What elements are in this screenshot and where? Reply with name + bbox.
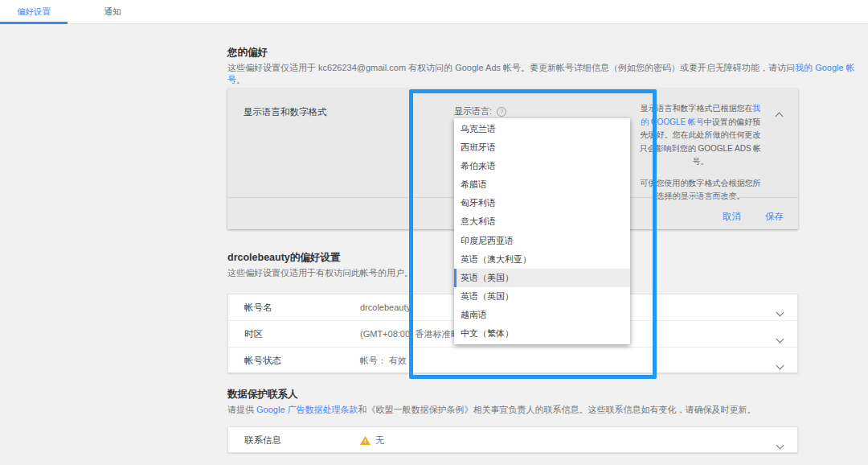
chevron-up-glyph (776, 113, 784, 121)
tab-preferences[interactable]: 偏好设置 (0, 0, 68, 24)
card-buttons: 取消 保存 (723, 211, 784, 223)
timezone-label: 时区 (244, 328, 263, 340)
data-protection-title: 数据保护联系人 (227, 388, 298, 401)
language-option[interactable]: 英语（英国） (454, 287, 630, 306)
language-option[interactable]: 希伯来语 (454, 157, 630, 175)
account-status-row[interactable]: 帐号状态 帐号： 有效 (228, 348, 797, 374)
display-language-dropdown: 乌克兰语 西班牙语 希伯来语 希腊语 匈牙利语 意大利语 印度尼西亚语 英语（澳… (454, 118, 630, 344)
language-option[interactable]: 意大利语 (454, 212, 630, 231)
chevron-down-glyph (776, 362, 784, 370)
language-option[interactable]: 希腊语 (454, 175, 630, 194)
your-prefs-desc-period: 。 (236, 75, 245, 84)
language-option[interactable]: 中文（繁体） (454, 324, 630, 343)
your-prefs-title: 您的偏好 (227, 46, 268, 60)
account-name-value: drcolebeauty (360, 302, 411, 312)
language-option-selected[interactable]: 英语（美国） (454, 269, 630, 287)
language-option[interactable]: 西班牙语 (454, 138, 630, 157)
warning-icon: ! (360, 436, 371, 445)
cancel-button[interactable]: 取消 (723, 211, 741, 223)
chevron-down-icon[interactable] (777, 357, 783, 372)
language-info-paragraph-2: 可供您使用的数字格式会根据您所选择的显示语言而改变。 (639, 177, 762, 204)
contact-info-card: 联系信息 ! 无 (227, 426, 798, 453)
language-option[interactable]: 英语（澳大利亚） (454, 250, 630, 269)
chevron-up-icon[interactable] (776, 108, 782, 122)
chevron-down-glyph (776, 442, 784, 450)
chevron-down-icon[interactable] (777, 437, 783, 451)
language-info-paragraph-1: 显示语言和数字格式已根据您在我的 GOOGLE 帐号中设置的偏好预先填好。您在此… (639, 102, 762, 169)
tab-notifications[interactable]: 通知 (68, 0, 158, 24)
account-name-label: 帐号名 (244, 302, 272, 314)
info-p1-before: 显示语言和数字格式已根据您在 (641, 104, 753, 113)
google-ads-preferences-page: 偏好设置 通知 您的偏好 这些偏好设置仅适用于 kc626234@gmail.c… (0, 0, 868, 465)
language-info-text: 显示语言和数字格式已根据您在我的 GOOGLE 帐号中设置的偏好预先填好。您在此… (639, 102, 762, 204)
your-prefs-desc-text: 这些偏好设置仅适用于 kc626234@gmail.com 有权访问的 Goog… (227, 63, 795, 72)
active-tab-underline (0, 22, 68, 24)
account-prefs-desc: 这些偏好设置仅适用于有权访问此帐号的用户。 (227, 267, 413, 279)
chevron-down-glyph (776, 309, 784, 317)
data-protection-desc-before: 请提供 (227, 405, 256, 414)
language-option[interactable]: 印度尼西亚语 (454, 231, 630, 249)
account-status-value: 帐号： 有效 (360, 355, 407, 367)
help-icon[interactable]: ? (497, 107, 506, 117)
ads-data-terms-link[interactable]: Google 广告数据处理条款 (256, 405, 358, 414)
timezone-value: (GMT+08:00) 香港标准时间 (360, 328, 469, 340)
language-option[interactable]: 乌克兰语 (454, 120, 630, 138)
contact-info-value-text: 无 (375, 434, 384, 446)
save-button[interactable]: 保存 (765, 211, 784, 223)
tab-preferences-label: 偏好设置 (17, 6, 51, 18)
chevron-down-icon[interactable] (777, 331, 783, 345)
contact-info-row[interactable]: 联系信息 ! 无 (228, 427, 797, 454)
display-language-card-label: 显示语言和数字格式 (244, 106, 327, 118)
language-option[interactable]: 越南语 (454, 306, 630, 324)
chevron-down-glyph (776, 335, 784, 344)
warning-glyph: ! (360, 438, 371, 445)
display-language-field: 显示语言: ? (454, 105, 506, 117)
account-status-label: 帐号状态 (244, 355, 281, 367)
data-protection-desc: 请提供 Google 广告数据处理条款和《欧盟一般数据保护条例》相关事宜负责人的… (227, 404, 756, 416)
your-prefs-desc: 这些偏好设置仅适用于 kc626234@gmail.com 有权访问的 Goog… (227, 62, 868, 86)
contact-info-value: ! 无 (360, 434, 384, 446)
display-language-field-label: 显示语言: (454, 105, 492, 117)
contact-info-label: 联系信息 (244, 434, 281, 446)
language-option[interactable]: 匈牙利语 (454, 194, 630, 212)
data-protection-desc-after: 和《欧盟一般数据保护条例》相关事宜负责人的联系信息。这些联系信息如有变化，请确保… (358, 405, 756, 414)
account-prefs-title: drcolebeauty的偏好设置 (227, 251, 340, 265)
chevron-down-icon[interactable] (777, 304, 783, 319)
top-tab-bar: 偏好设置 通知 (0, 0, 868, 24)
tab-notifications-label: 通知 (104, 6, 121, 18)
